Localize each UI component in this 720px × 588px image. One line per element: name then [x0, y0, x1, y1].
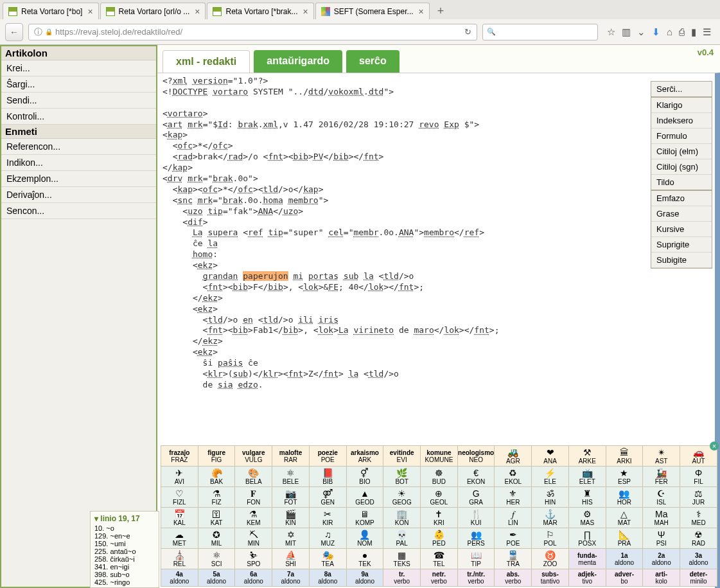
- grid-cell-agr[interactable]: 🚜AGR: [495, 446, 532, 467]
- line-info-row[interactable]: 129. ~en~e: [91, 532, 159, 540]
- menu-icon[interactable]: ☰: [703, 26, 711, 38]
- grid-cell-kolo[interactable]: arti-kolo: [643, 569, 680, 587]
- panel-item-tildo[interactable]: Tildo: [651, 175, 712, 191]
- grid-cell-kui[interactable]: 🍴KUI: [457, 508, 495, 528]
- sidebar-item-sendi[interactable]: Sendi...: [1, 93, 156, 109]
- line-info-row[interactable]: 225. antaŭ~o: [91, 548, 159, 555]
- search-bar[interactable]: [482, 24, 598, 40]
- panel-item-serci[interactable]: Serĉi...: [651, 82, 712, 98]
- grid-cell-met[interactable]: ☁MET: [161, 528, 198, 549]
- grid-cell-tra[interactable]: 🚆TRA: [495, 549, 532, 569]
- grid-cell-mit[interactable]: ✡MIT: [272, 528, 310, 549]
- grid-cell-evi[interactable]: evitindeEVI: [383, 446, 421, 467]
- grid-cell-fon[interactable]: 𝐅FON: [235, 487, 272, 508]
- grid-cell-bele[interactable]: ⚛BELE: [272, 467, 310, 487]
- home-icon[interactable]: ⌂: [667, 26, 672, 38]
- grid-cell-ast[interactable]: ✴AST: [643, 446, 680, 467]
- grid-cell-pol[interactable]: ⚐POL: [532, 528, 569, 549]
- grid-cell-gen[interactable]: ⚤GEN: [309, 487, 346, 508]
- line-info-row[interactable]: 258. ĉirkaŭ~i: [91, 555, 159, 563]
- panel-item-klarigo[interactable]: Klarigo: [651, 98, 712, 113]
- grid-cell-bak[interactable]: 🥐BAK: [198, 467, 235, 487]
- grid-cell-bo[interactable]: adver-bo: [606, 569, 643, 587]
- grid-cell-verbo[interactable]: tr./ntr.verbo: [457, 569, 495, 587]
- grid-cell-hin[interactable]: ॐHIN: [532, 487, 569, 508]
- line-info-row[interactable]: 150. ~umi: [91, 540, 159, 548]
- browser-tab-1[interactable]: Reta Vortaro [orl/o ...×: [100, 3, 206, 19]
- grid-cell-fot[interactable]: 📷FOT: [272, 487, 310, 508]
- grid-cell-shi[interactable]: ⛵SHI: [272, 549, 310, 569]
- grid-cell-bib[interactable]: 📕BIB: [309, 467, 346, 487]
- panel-item-formulo[interactable]: Formulo: [651, 129, 712, 144]
- line-info-row[interactable]: 10. ~o: [91, 524, 159, 532]
- download-icon[interactable]: ⬇: [652, 26, 660, 38]
- grid-cell-poe[interactable]: ✒POE: [495, 528, 532, 549]
- sidebar-item-sargi[interactable]: Ŝargi...: [1, 76, 156, 93]
- pocket-icon[interactable]: ⌄: [637, 26, 645, 38]
- url-bar[interactable]: ⓘ 🔒 https://revaj.steloj.de/redaktilo/re…: [28, 24, 477, 40]
- grid-cell-sci[interactable]: ⚛SCI: [198, 549, 235, 569]
- grid-cell-lin[interactable]: 𝑓LIN: [495, 508, 532, 528]
- grid-cell-fil[interactable]: ΦFIL: [680, 467, 717, 487]
- grid-cell-verbo[interactable]: abs.verbo: [495, 569, 532, 587]
- grid-cell-avi[interactable]: ✈AVI: [161, 467, 198, 487]
- grid-cell-menta[interactable]: funda-menta: [568, 549, 606, 569]
- grid-cell-her[interactable]: ⚜HER: [495, 487, 532, 508]
- grid-cell-arki[interactable]: 🏛ARKI: [606, 446, 643, 467]
- grid-cell-pers[interactable]: 👥PERS: [457, 528, 495, 549]
- tab-antaurigardo[interactable]: antaŭrigardo: [254, 50, 342, 73]
- new-tab-button[interactable]: +: [431, 3, 451, 19]
- panel-item-subigite[interactable]: Subigite: [651, 253, 712, 268]
- grid-cell-aldono[interactable]: 1aaldono: [606, 549, 643, 569]
- book-icon[interactable]: ▮: [691, 26, 696, 38]
- close-icon[interactable]: ×: [195, 6, 200, 17]
- browser-tab-2[interactable]: Reta Vortaro [*brak...×: [207, 3, 313, 19]
- panel-item-citiloj-sgn[interactable]: Citiloj (sgn): [651, 159, 712, 175]
- grid-cell-pal[interactable]: 💀PAL: [383, 528, 421, 549]
- grid-cell-tivo[interactable]: adjek-tivo: [568, 569, 606, 587]
- grid-cell-mil[interactable]: ✪MIL: [198, 528, 235, 549]
- grid-cell-nom[interactable]: 👤NOM: [346, 528, 383, 549]
- grid-cell-rar[interactable]: malofteRAR: [272, 446, 310, 467]
- grid-cell-aldono[interactable]: 9aaldono: [346, 569, 383, 587]
- reload-icon[interactable]: ↻: [464, 27, 471, 37]
- line-info-row[interactable]: 398. sub~o: [91, 571, 159, 578]
- close-icon[interactable]: ×: [419, 6, 424, 17]
- grid-cell-ark[interactable]: arkaismoARK: [346, 446, 383, 467]
- grid-cell-mas[interactable]: ⚙MAS: [568, 508, 606, 528]
- grid-cell-kon[interactable]: 🏢KON: [383, 508, 421, 528]
- grid-cell-zoo[interactable]: ♉ZOO: [532, 549, 569, 569]
- grid-cell-fraz[interactable]: frazaĵoFRAZ: [161, 446, 198, 467]
- grid-cell-tip[interactable]: 📖TIP: [457, 549, 495, 569]
- grid-cell-rel[interactable]: ⛪REL: [161, 549, 198, 569]
- grid-cell-tea[interactable]: 🎭TEA: [309, 549, 346, 569]
- sidebar-item-krei[interactable]: Krei...: [1, 60, 156, 76]
- grid-cell-tantivo[interactable]: subs-tantivo: [532, 569, 569, 587]
- sidebar-item-kontroli[interactable]: Kontroli...: [1, 109, 156, 125]
- grid-cell-kri[interactable]: ✝KRI: [421, 508, 458, 528]
- grid-cell-pra[interactable]: 📐PRA: [606, 528, 643, 549]
- grid-cell-aldono[interactable]: 2aaldono: [643, 549, 680, 569]
- sidebar-item-derivajxon[interactable]: Derivaĵon...: [1, 187, 156, 203]
- grid-cell-muz[interactable]: ♫MUZ: [309, 528, 346, 549]
- grid-cell-elet[interactable]: 📺ELET: [568, 467, 606, 487]
- library-icon[interactable]: ▥: [622, 26, 631, 38]
- grid-cell-spo[interactable]: ⛷SPO: [235, 549, 272, 569]
- grid-cell-kat[interactable]: ⚿KAT: [198, 508, 235, 528]
- panel-item-kursive[interactable]: Kursive: [651, 222, 712, 237]
- grid-cell-ped[interactable]: 👶PED: [421, 528, 458, 549]
- tab-xml-redakti[interactable]: xml - redakti: [162, 50, 250, 73]
- grid-cell-aldono[interactable]: 7aaldono: [272, 569, 310, 587]
- grid-cell-fer[interactable]: 🚂FER: [643, 467, 680, 487]
- grid-cell-tek[interactable]: ●TEK: [346, 549, 383, 569]
- grid-cell-hor[interactable]: 👥HOR: [606, 487, 643, 508]
- grid-cell-bio[interactable]: ⚥BIO: [346, 467, 383, 487]
- grid-cell-mah[interactable]: MaMAH: [643, 508, 680, 528]
- grid-cell-aldono[interactable]: 3aaldono: [680, 549, 717, 569]
- grid-cell-arke[interactable]: ⚒ARKE: [568, 446, 606, 467]
- sidebar-item-sencon[interactable]: Sencon...: [1, 203, 156, 219]
- grid-cell-verbo[interactable]: tr.verbo: [383, 569, 421, 587]
- back-button[interactable]: ←: [5, 23, 23, 41]
- grid-cell-ekon[interactable]: €EKON: [457, 467, 495, 487]
- grid-cell-geod[interactable]: ▲GEOD: [346, 487, 383, 508]
